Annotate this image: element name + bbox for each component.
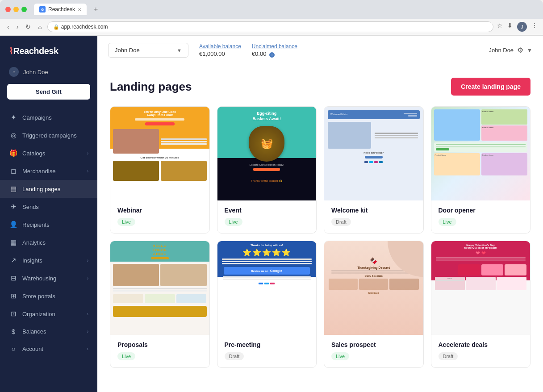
balances-icon: $ xyxy=(9,328,18,335)
settings-icon[interactable]: ⚙ xyxy=(517,46,523,54)
available-balance-amount: €1,000.00 xyxy=(199,50,241,57)
sidebar-item-label: Organization xyxy=(22,311,83,317)
url-text: app.reachdesk.com xyxy=(61,24,108,30)
sidebar-item-landing-pages[interactable]: ▤ Landing pages xyxy=(0,180,97,198)
header-right: John Doe ⚙ ▼ xyxy=(489,46,532,54)
sidebar-navigation: ✦ Campaigns ◎ Triggered campaigns 🎁 Cata… xyxy=(0,108,97,392)
catalogs-icon: 🎁 xyxy=(9,149,18,157)
sidebar-item-warehousing[interactable]: ⊟ Warehousing › xyxy=(0,269,97,287)
card-preview-webinar: You're Only One ClickAway From Food! xyxy=(110,107,209,200)
insights-icon: ↗ xyxy=(9,256,18,264)
card-preview-sales-prospect: 🍫 Thanksgiving Dessert Daily Specials Bi… xyxy=(324,241,423,335)
sidebar-item-analytics[interactable]: ▦ Analytics xyxy=(0,234,97,251)
header-left: John Doe ▼ Available balance €1,000.00 U… xyxy=(108,43,297,58)
browser-tab[interactable]: G Reachdesk ✕ xyxy=(34,4,87,15)
info-icon[interactable]: i xyxy=(269,52,275,58)
tab-favicon: G xyxy=(39,6,46,13)
unclaimed-balance-amount: €0.00 i xyxy=(252,50,297,58)
back-button[interactable]: ‹ xyxy=(5,22,11,31)
sidebar-item-balances[interactable]: $ Balances › xyxy=(0,323,97,340)
close-dot[interactable] xyxy=(5,7,11,12)
reload-button[interactable]: ↻ xyxy=(24,22,33,31)
content-header: Landing pages Create landing page xyxy=(110,78,530,96)
download-icon[interactable]: ⬇ xyxy=(507,22,513,32)
sidebar-item-label: Landing pages xyxy=(22,186,88,192)
app-logo: ⌇Reachdesk xyxy=(0,36,97,63)
account-selector[interactable]: John Doe ▼ xyxy=(108,43,188,58)
card-preview-proposals: HELLOTHEREANNIE xyxy=(110,241,209,335)
status-badge: Draft xyxy=(225,352,244,360)
sidebar-item-organization[interactable]: ⊡ Organization › xyxy=(0,305,97,323)
campaigns-icon: ✦ xyxy=(9,113,18,121)
triggered-campaigns-icon: ◎ xyxy=(9,131,18,139)
card-title: Pre-meeting xyxy=(225,341,309,348)
menu-icon[interactable]: ⋮ xyxy=(531,22,538,32)
maximize-dot[interactable] xyxy=(21,7,27,12)
landing-pages-grid: You're Only One ClickAway From Food! xyxy=(110,106,530,368)
create-landing-page-button[interactable]: Create landing page xyxy=(451,78,530,96)
card-accelerate-deals[interactable]: Happy Valentine's Dayto the Queen of My … xyxy=(431,241,531,368)
unclaimed-balance: Unclaimed balance €0.00 i xyxy=(252,43,297,58)
store-portals-icon: ⊞ xyxy=(9,292,18,300)
browser-user-avatar[interactable]: J xyxy=(517,22,527,32)
sidebar-item-label: Store portals xyxy=(22,293,88,300)
sidebar-item-catalogs[interactable]: 🎁 Catalogs › xyxy=(0,144,97,162)
card-info-webinar: Webinar Live xyxy=(110,200,209,233)
card-title: Welcome kit xyxy=(331,207,416,214)
star-icon[interactable]: ☆ xyxy=(497,22,503,32)
warehousing-icon: ⊟ xyxy=(9,274,18,282)
forward-button[interactable]: › xyxy=(15,22,21,31)
sidebar-item-label: Recipients xyxy=(22,221,88,228)
card-preview-accelerate-deals: Happy Valentine's Dayto the Queen of My … xyxy=(431,241,530,335)
sidebar-item-insights[interactable]: ↗ Insights › xyxy=(0,251,97,269)
browser-toolbar: ‹ › ↻ ⌂ 🔒 app.reachdesk.com ☆ ⬇ J ⋮ xyxy=(0,19,543,35)
sidebar-item-sends[interactable]: ✈ Sends xyxy=(0,198,97,216)
home-button[interactable]: ⌂ xyxy=(36,22,43,31)
page-content: Landing pages Create landing page You're… xyxy=(97,65,543,392)
sidebar-item-label: Triggered campaigns xyxy=(22,132,88,139)
logo-mark: ⌇ xyxy=(9,46,13,56)
chevron-right-icon: › xyxy=(87,276,88,281)
send-gift-button[interactable]: Send Gift xyxy=(7,84,90,100)
main-content: John Doe ▼ Available balance €1,000.00 U… xyxy=(97,36,543,392)
card-info-accelerate-deals: Accelerate deals Draft xyxy=(431,335,530,367)
card-webinar[interactable]: You're Only One ClickAway From Food! xyxy=(110,106,210,234)
sidebar-item-label: Warehousing xyxy=(22,275,83,282)
sidebar-item-store-portals[interactable]: ⊞ Store portals xyxy=(0,287,97,305)
minimize-dot[interactable] xyxy=(13,7,19,12)
sidebar-item-triggered-campaigns[interactable]: ◎ Triggered campaigns xyxy=(0,126,97,144)
status-badge: Live xyxy=(439,218,456,226)
browser-window-controls xyxy=(5,7,27,12)
status-badge: Draft xyxy=(439,352,458,360)
sends-icon: ✈ xyxy=(9,203,18,211)
sidebar-item-campaigns[interactable]: ✦ Campaigns xyxy=(0,108,97,126)
unclaimed-balance-label[interactable]: Unclaimed balance xyxy=(252,43,297,50)
card-door-opener[interactable]: Product Name Product Name Product Name xyxy=(431,106,531,234)
card-event[interactable]: Egg-citingBaskets Await! 🧺 Explore Our S… xyxy=(217,106,317,234)
recipients-icon: 👤 xyxy=(9,221,18,229)
card-sales-prospect[interactable]: 🍫 Thanksgiving Dessert Daily Specials Bi… xyxy=(324,241,424,368)
sidebar-item-label: Insights xyxy=(22,257,83,264)
sidebar-item-label: Campaigns xyxy=(22,114,88,121)
sidebar-user: ○ John Doe xyxy=(0,63,97,84)
card-welcome-kit[interactable]: Welcome Kit Info xyxy=(324,106,424,234)
card-proposals[interactable]: HELLOTHEREANNIE xyxy=(110,241,210,368)
card-info-event: Event Live xyxy=(217,200,317,233)
sidebar-item-merchandise[interactable]: ◻ Merchandise › xyxy=(0,162,97,180)
sidebar-item-label: Account xyxy=(22,346,83,352)
card-preview-door-opener: Product Name Product Name Product Name xyxy=(431,107,530,200)
sidebar-item-account[interactable]: ○ Account › xyxy=(0,340,97,358)
chevron-right-icon: › xyxy=(87,258,88,263)
organization-icon: ⊡ xyxy=(9,310,18,318)
tab-close-icon[interactable]: ✕ xyxy=(78,7,81,12)
card-pre-meeting[interactable]: Thanks for being with us! ⭐ ⭐ ⭐ ⭐ ⭐ xyxy=(217,241,317,368)
available-balance-label[interactable]: Available balance xyxy=(199,43,241,50)
status-badge: Live xyxy=(117,218,135,226)
card-preview-event: Egg-citingBaskets Await! 🧺 Explore Our S… xyxy=(217,107,317,200)
address-bar[interactable]: 🔒 app.reachdesk.com xyxy=(47,21,493,32)
new-tab-button[interactable]: + xyxy=(90,5,101,13)
sidebar-item-recipients[interactable]: 👤 Recipients xyxy=(0,216,97,234)
user-menu-chevron-icon[interactable]: ▼ xyxy=(527,47,532,54)
sidebar-item-label: Catalogs xyxy=(22,150,83,157)
sidebar-username: John Doe xyxy=(23,69,48,75)
